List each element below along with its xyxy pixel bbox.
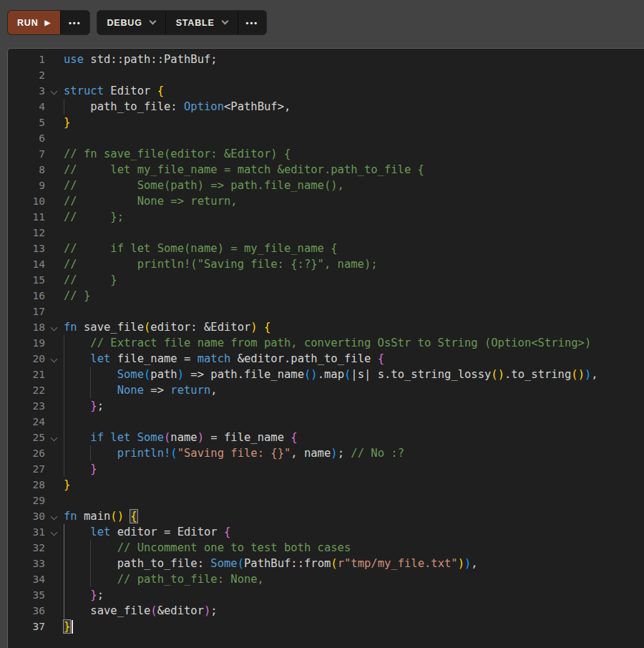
code-token: // Some(path) => path.file_name(),: [64, 179, 344, 192]
line-number: 6: [8, 130, 45, 146]
fold-chevron-icon[interactable]: [45, 508, 64, 524]
line-number: 18: [8, 319, 45, 335]
fold-chevron-icon[interactable]: [45, 430, 64, 445]
code-line[interactable]: 7// fn save_file(editor: &Editor) {: [8, 146, 644, 162]
code-line[interactable]: 11// };: [8, 209, 644, 225]
code-text: save_file(&editor);: [64, 603, 644, 619]
code-text: // println!("Saving file: {:?}", name);: [64, 256, 644, 272]
indent-guide: [64, 99, 64, 115]
code-line[interactable]: 6: [8, 130, 644, 146]
code-editor[interactable]: 1use std::path::PathBuf;23struct Editor …: [7, 48, 644, 648]
code-text: Some(path) => path.file_name().map(|s| s…: [64, 367, 644, 382]
code-token: ): [250, 321, 257, 334]
code-line[interactable]: 25 if let Some(name) = file_name {: [8, 430, 644, 445]
config-more-button[interactable]: •••: [238, 11, 267, 34]
line-number: 23: [8, 398, 45, 414]
code-line[interactable]: 33 path_to_file: Some(PathBuf::from(r"tm…: [8, 556, 644, 571]
code-line[interactable]: 21 Some(path) => path.file_name().map(|s…: [8, 367, 644, 382]
code-line[interactable]: 37}: [8, 619, 644, 634]
code-text: [64, 67, 644, 83]
line-number: 20: [8, 351, 45, 367]
code-line[interactable]: 17: [8, 304, 644, 319]
line-number: 33: [8, 556, 45, 571]
code-line[interactable]: 12: [8, 225, 644, 241]
fold-spacer: [45, 99, 64, 115]
fold-chevron-icon[interactable]: [45, 524, 64, 540]
code-token: }: [90, 400, 97, 412]
fold-spacer: [45, 445, 64, 461]
code-line[interactable]: 2: [8, 67, 644, 83]
code-line[interactable]: 34 // path_to_file: None,: [8, 571, 644, 587]
run-button[interactable]: RUN ▶: [8, 11, 60, 34]
code-line[interactable]: 26 println!("Saving file: {}", name); //…: [8, 445, 644, 461]
code-token: (): [571, 368, 585, 381]
chevron-down-icon: [149, 18, 156, 25]
code-line[interactable]: 23 };: [8, 398, 644, 414]
code-line[interactable]: 22 None => return,: [8, 382, 644, 398]
indent-guide: [90, 367, 91, 382]
code-line[interactable]: 19 // Extract file name from path, conve…: [8, 335, 644, 351]
code-line[interactable]: 15// }: [8, 272, 644, 288]
stable-dropdown[interactable]: STABLE: [165, 11, 238, 34]
line-number: 30: [8, 508, 45, 524]
toolbar: RUN ▶ ••• DEBUG STABLE •••: [0, 0, 644, 48]
code-line[interactable]: 29: [8, 493, 644, 508]
debug-dropdown[interactable]: DEBUG: [97, 11, 165, 34]
code-line[interactable]: 5}: [8, 115, 644, 130]
code-token: ;: [210, 604, 217, 617]
code-line[interactable]: 13// if let Some(name) = my_file_name {: [8, 241, 644, 256]
fold-chevron-icon[interactable]: [45, 351, 64, 367]
code-token: [64, 463, 90, 475]
code-token: (: [344, 368, 351, 381]
code-token: editor = Editor: [110, 526, 224, 538]
fold-spacer: [45, 493, 64, 508]
fold-chevron-icon[interactable]: [45, 319, 64, 335]
code-line[interactable]: 9// Some(path) => path.file_name(),: [8, 178, 644, 193]
code-line[interactable]: 20 let file_name = match &editor.path_to…: [8, 351, 644, 367]
code-line[interactable]: 31 let editor = Editor {: [8, 524, 644, 540]
code-line[interactable]: 30fn main() {: [8, 508, 644, 524]
code-token: = file_name: [204, 431, 291, 444]
code-line[interactable]: 4 path_to_file: Option<PathBuf>,: [8, 99, 644, 115]
code-token: [124, 510, 130, 523]
run-more-button[interactable]: •••: [60, 11, 89, 34]
code-token: }: [90, 463, 97, 475]
code-line[interactable]: 27 }: [8, 461, 644, 477]
code-line[interactable]: 10// None => return,: [8, 193, 644, 209]
code-token: {: [378, 352, 384, 365]
code-line[interactable]: 18fn save_file(editor: &Editor) {: [8, 319, 644, 335]
code-text: use std::path::PathBuf;: [64, 52, 644, 67]
code-line[interactable]: 32 // Uncomment one to test both cases: [8, 540, 644, 556]
line-number: 16: [8, 288, 45, 304]
run-button-label: RUN: [17, 18, 38, 28]
code-token: {: [130, 510, 137, 523]
line-number: 8: [8, 162, 45, 178]
code-token: &editor.path_to_file: [230, 352, 377, 365]
code-token: match: [197, 352, 231, 365]
code-token: [130, 431, 137, 444]
code-line[interactable]: 14// println!("Saving file: {:?}", name)…: [8, 256, 644, 272]
code-line[interactable]: 1use std::path::PathBuf;: [8, 52, 644, 67]
fold-spacer: [45, 540, 64, 556]
code-text: }: [64, 115, 644, 130]
code-line[interactable]: 35 };: [8, 587, 644, 603]
code-token: ): [464, 557, 471, 570]
code-line[interactable]: 8// let my_file_name = match &editor.pat…: [8, 162, 644, 178]
line-number: 28: [8, 477, 45, 493]
code-token: }: [90, 589, 97, 601]
code-text: }: [64, 619, 644, 634]
code-line[interactable]: 24: [8, 414, 644, 430]
code-token: (: [170, 447, 177, 460]
code-text: }: [64, 477, 644, 493]
code-text: // path_to_file: None,: [64, 571, 644, 587]
code-line[interactable]: 36 save_file(&editor);: [8, 603, 644, 619]
fold-spacer: [45, 382, 64, 398]
code-line[interactable]: 3struct Editor {: [8, 83, 644, 99]
code-token: r"tmp/my_file.txt": [338, 557, 458, 570]
code-token: struct: [64, 84, 104, 97]
code-line[interactable]: 28}: [8, 477, 644, 493]
indent-guide: [90, 445, 91, 461]
fold-chevron-icon[interactable]: [45, 83, 64, 99]
code-line[interactable]: 16// }: [8, 288, 644, 304]
indent-guide: [90, 540, 91, 556]
